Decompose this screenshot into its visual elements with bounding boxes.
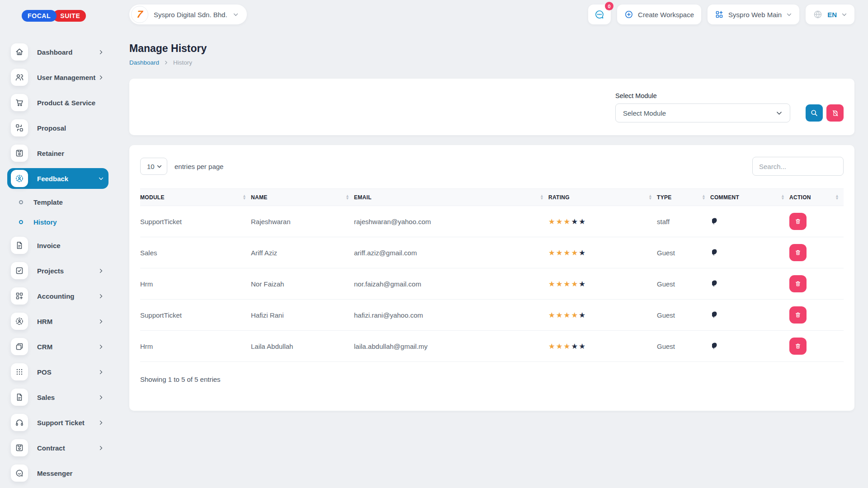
chevron-down-icon bbox=[98, 176, 104, 182]
chevron-right-icon bbox=[98, 369, 104, 375]
check-square-icon bbox=[11, 262, 28, 279]
language-label: EN bbox=[827, 11, 837, 19]
delete-icon bbox=[794, 249, 802, 256]
sidebar-item-invoice[interactable]: Invoice bbox=[7, 235, 108, 256]
sidebar-item-support-ticket[interactable]: Support Ticket bbox=[7, 412, 108, 433]
rating-stars: ★★★★★ bbox=[548, 342, 657, 351]
messages-badge: 0 bbox=[605, 2, 613, 10]
cell-type: Guest bbox=[657, 331, 710, 362]
delete-button[interactable] bbox=[789, 338, 807, 355]
sidebar-item-proposal[interactable]: Proposal bbox=[7, 117, 108, 138]
comment-button[interactable] bbox=[710, 280, 720, 288]
chevron-down-icon bbox=[786, 12, 792, 18]
search-icon bbox=[810, 109, 818, 117]
sidebar-item-feedback[interactable]: Feedback bbox=[7, 168, 108, 189]
column-header-action[interactable]: ACTION▲▼ bbox=[789, 189, 844, 206]
sort-icon: ▲▼ bbox=[242, 195, 246, 200]
company-name: Syspro Digital Sdn. Bhd. bbox=[154, 11, 227, 19]
sidebar-item-retainer[interactable]: Retainer bbox=[7, 143, 108, 164]
app-logo: FOCAL SUITE bbox=[22, 10, 108, 22]
comment-button[interactable] bbox=[710, 342, 720, 350]
sidebar-item-dashboard[interactable]: Dashboard bbox=[7, 42, 108, 62]
comment-button[interactable] bbox=[710, 249, 720, 257]
select-module-label: Select Module bbox=[615, 92, 844, 99]
sort-icon: ▲▼ bbox=[835, 195, 839, 200]
clear-filter-button[interactable] bbox=[826, 104, 844, 122]
sidebar-item-pos[interactable]: POS bbox=[7, 361, 108, 382]
column-header-name[interactable]: NAME▲▼ bbox=[251, 189, 354, 206]
topbar: 7 Syspro Digital Sdn. Bhd. 0 Create Work… bbox=[116, 0, 868, 25]
sidebar-item-sales[interactable]: Sales bbox=[7, 387, 108, 408]
filter-card: Select Module Select Module bbox=[129, 79, 854, 135]
file-icon bbox=[11, 237, 28, 254]
comment-icon bbox=[712, 311, 720, 319]
sidebar-item-accounting[interactable]: Accounting bbox=[7, 286, 108, 306]
cell-type: Guest bbox=[657, 300, 710, 331]
sidebar-nav: Dashboard User Management Product & Serv… bbox=[7, 42, 108, 483]
plus-circle-icon bbox=[624, 10, 633, 19]
sidebar-item-hrm[interactable]: HRM bbox=[7, 311, 108, 332]
cell-module: SupportTicket bbox=[140, 206, 251, 237]
chevron-right-icon bbox=[98, 445, 104, 451]
delete-button[interactable] bbox=[789, 275, 807, 292]
sort-icon: ▲▼ bbox=[781, 195, 785, 200]
breadcrumb-dashboard-link[interactable]: Dashboard bbox=[129, 59, 159, 66]
cell-type: Guest bbox=[657, 268, 710, 300]
language-selector[interactable]: EN bbox=[806, 5, 854, 24]
sidebar-item-projects[interactable]: Projects bbox=[7, 260, 108, 281]
sidebar: FOCAL SUITE Dashboard User Management Pr… bbox=[0, 0, 116, 488]
comment-icon bbox=[712, 217, 720, 225]
search-button[interactable] bbox=[806, 104, 823, 122]
create-workspace-button[interactable]: Create Workspace bbox=[617, 5, 701, 24]
column-header-rating[interactable]: RATING▲▼ bbox=[548, 189, 657, 206]
chevron-right-icon bbox=[98, 344, 104, 350]
delete-icon bbox=[794, 218, 802, 225]
cell-name: Nor Faizah bbox=[251, 268, 354, 300]
workspace-selector[interactable]: Syspro Web Main bbox=[708, 5, 799, 24]
cell-name: Ariff Aziz bbox=[251, 237, 354, 268]
sidebar-subitem-history[interactable]: History bbox=[7, 213, 108, 230]
sidebar-subitem-template[interactable]: Template bbox=[7, 193, 108, 211]
messages-button[interactable]: 0 bbox=[588, 5, 611, 24]
sort-icon: ▲▼ bbox=[648, 195, 652, 200]
rating-stars: ★★★★★ bbox=[548, 280, 657, 288]
users-icon bbox=[11, 69, 28, 86]
module-select[interactable]: Select Module bbox=[615, 103, 790, 122]
cell-type: staff bbox=[657, 206, 710, 237]
column-header-comment[interactable]: COMMENT▲▼ bbox=[710, 189, 789, 206]
chevron-right-icon bbox=[98, 394, 104, 400]
rating-stars: ★★★★★ bbox=[548, 249, 657, 257]
column-header-email[interactable]: EMAIL▲▼ bbox=[354, 189, 548, 206]
column-header-type[interactable]: TYPE▲▼ bbox=[657, 189, 710, 206]
sidebar-item-contract[interactable]: Contract bbox=[7, 437, 108, 458]
delete-button[interactable] bbox=[789, 306, 807, 324]
user-focus-icon bbox=[11, 170, 28, 187]
sidebar-item-crm[interactable]: CRM bbox=[7, 336, 108, 357]
comment-button[interactable] bbox=[710, 217, 720, 225]
grid-plus-icon bbox=[11, 287, 28, 305]
delete-icon bbox=[794, 280, 802, 287]
chevron-right-icon bbox=[98, 319, 104, 324]
clear-filter-icon bbox=[831, 109, 839, 117]
history-table-card: 10 entries per page MODULE▲▼ NAME▲▼ EMAI… bbox=[129, 145, 854, 411]
cell-email: rajeshwaran@yahoo.com bbox=[354, 206, 548, 237]
search-input[interactable] bbox=[752, 157, 844, 176]
page-title: Manage History bbox=[129, 42, 854, 55]
sidebar-item-user-management[interactable]: User Management bbox=[7, 67, 108, 88]
delete-button[interactable] bbox=[789, 213, 807, 230]
entries-per-page-select[interactable]: 10 bbox=[140, 158, 167, 175]
chevron-down-icon bbox=[776, 110, 783, 117]
bullet-circle-icon bbox=[19, 220, 23, 224]
entries-per-page-label: entries per page bbox=[175, 163, 223, 170]
comment-button[interactable] bbox=[710, 311, 720, 319]
table-row: SupportTicket Rajeshwaran rajeshwaran@ya… bbox=[140, 206, 844, 237]
company-selector[interactable]: 7 Syspro Digital Sdn. Bhd. bbox=[129, 5, 247, 24]
sidebar-item-product-service[interactable]: Product & Service bbox=[7, 92, 108, 113]
column-header-module[interactable]: MODULE▲▼ bbox=[140, 189, 251, 206]
cell-email: nor.faizah@gmail.com bbox=[354, 268, 548, 300]
delete-icon bbox=[794, 311, 802, 319]
cell-module: Hrm bbox=[140, 268, 251, 300]
floppy-icon bbox=[11, 439, 28, 456]
delete-button[interactable] bbox=[789, 244, 807, 261]
sidebar-item-messenger[interactable]: Messenger bbox=[7, 463, 108, 483]
